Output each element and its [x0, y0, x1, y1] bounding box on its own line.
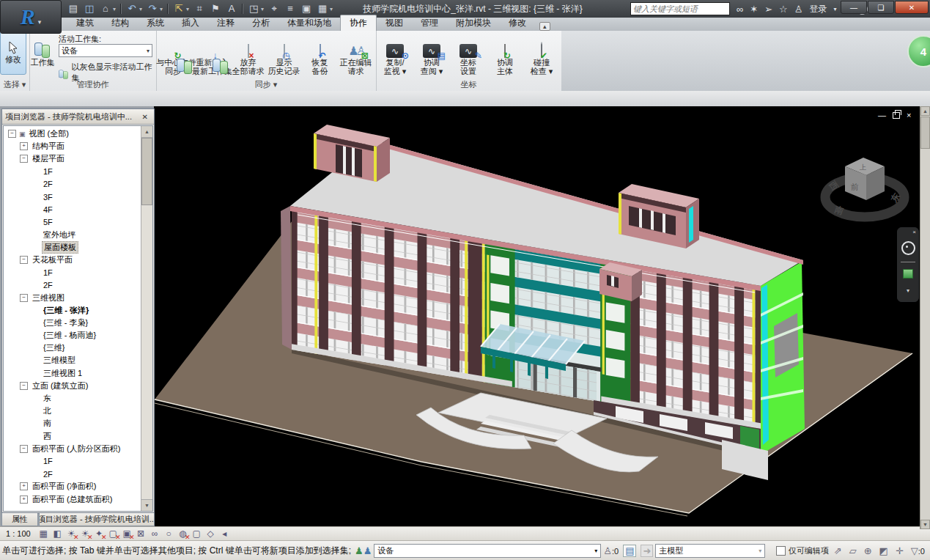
tab-注释[interactable]: 注释 [208, 15, 243, 31]
tab-协作[interactable]: 协作 [340, 15, 377, 31]
select-links-icon[interactable]: ⇗ [834, 545, 842, 556]
tree-item-label[interactable]: 2F [42, 281, 54, 290]
tab-附加模块[interactable]: 附加模块 [447, 15, 500, 31]
tree-item[interactable]: +结构平面 [4, 140, 141, 152]
worksharing-display-icon[interactable]: ▤ [623, 545, 636, 557]
tag-by-category-icon[interactable]: ⚑ [210, 2, 221, 15]
scroll-up-icon[interactable]: ▲ [920, 106, 930, 116]
tree-item-label[interactable]: 1F [42, 268, 54, 277]
select-underlay-icon[interactable]: ▱ [849, 545, 857, 556]
tree-item-label[interactable]: 楼层平面 [31, 153, 66, 164]
detail-level-icon[interactable]: ▦ [37, 528, 50, 539]
collapse-icon[interactable]: ◂ [218, 528, 231, 539]
坐标设置-button[interactable]: ∿✎坐标设置 [451, 33, 486, 75]
application-menu-button[interactable]: R▾ [0, 0, 62, 34]
tree-item-label[interactable]: 1F [42, 457, 54, 465]
default-3d-view-icon[interactable]: ◳ [248, 2, 259, 15]
sun-path-icon[interactable]: ☀✕ [65, 528, 78, 539]
tree-item-label[interactable]: 东 [42, 393, 53, 404]
section-icon[interactable]: ⌖ [268, 2, 280, 15]
tab-分析[interactable]: 分析 [243, 15, 278, 31]
tree-item-label[interactable]: 南 [42, 418, 53, 429]
tree-toggle-icon[interactable]: − [20, 382, 28, 390]
chevron-down-icon[interactable]: ▾ [261, 6, 264, 12]
redo-icon[interactable]: ↷ [147, 2, 158, 15]
tree-item[interactable]: {三维 - 杨雨迪} [4, 329, 141, 342]
tree-item[interactable]: 北 [4, 405, 141, 417]
scroll-down-icon[interactable]: ▼ [920, 520, 930, 529]
viewport-vertical-scrollbar[interactable]: ▲ ▼ [920, 106, 930, 529]
正在编辑请求-button[interactable]: ♟♙⊠正在编辑请求 [339, 33, 373, 75]
navbar-more-icon[interactable]: ▾ [907, 287, 909, 294]
view-minimize-button[interactable]: — [878, 111, 886, 119]
view-restore-button[interactable] [893, 112, 900, 119]
worksets-button[interactable]: 工作集 [29, 33, 56, 67]
scroll-up-icon[interactable]: ▲ [141, 126, 152, 138]
tree-item[interactable]: 屋面楼板 [4, 241, 141, 254]
editable-only-checkbox[interactable]: 仅可编辑项 [776, 545, 829, 556]
tree-item[interactable]: −面积平面 (人防分区面积) [4, 443, 141, 455]
tab-管理[interactable]: 管理 [412, 15, 447, 31]
chevron-down-icon[interactable]: ▾ [113, 6, 116, 12]
viewcube[interactable]: 西 南 东 上 前 [825, 158, 904, 217]
search-icon[interactable]: ∞ [737, 4, 743, 15]
shadows-icon[interactable]: ☀✕ [79, 528, 92, 539]
tree-item-label[interactable]: 4F [42, 205, 54, 214]
tree-toggle-icon[interactable]: + [20, 482, 28, 490]
tree-item[interactable]: −三维视图 [4, 291, 141, 303]
reveal-hidden-icon[interactable]: ○ [163, 528, 175, 539]
tree-item[interactable]: +面积平面 (总建筑面积) [4, 493, 141, 505]
worksharing-display-icon[interactable]: ◍✕ [177, 528, 189, 539]
tab-插入[interactable]: 插入 [173, 15, 208, 31]
chevron-down-icon[interactable]: ▾ [139, 6, 142, 12]
tree-item-label[interactable]: 3F [42, 193, 54, 202]
viewcube-top-label[interactable]: 上 [860, 163, 866, 171]
support-badge[interactable]: 4 [907, 35, 930, 67]
displace-elements-icon[interactable]: ◇ [204, 528, 217, 539]
crop-lock-icon[interactable]: ⊠ [135, 528, 147, 539]
tree-item[interactable]: 三维视图 1 [4, 367, 141, 380]
maximize-button[interactable]: ❏ [868, 1, 894, 14]
chevron-down-icon[interactable]: ▾ [330, 6, 333, 12]
text-icon[interactable]: A [226, 2, 237, 15]
editing-requests-icon[interactable]: ♙:0 [603, 545, 619, 556]
tree-item[interactable]: 1F [4, 266, 141, 279]
放弃全部请求-button[interactable]: ×放弃全部请求 [231, 33, 265, 75]
project-browser-titlebar[interactable]: 项目浏览器 - 技师学院机电培训中... ✕ [2, 109, 154, 125]
tree-item-label[interactable]: 立面 (建筑立面) [31, 380, 89, 391]
select-by-face-icon[interactable]: ◩ [879, 545, 888, 556]
tab-视图[interactable]: 视图 [377, 15, 412, 31]
tree-item[interactable]: −楼层平面 [4, 152, 141, 165]
tree-item-label[interactable]: 面积平面 (净面积) [31, 481, 97, 492]
协调查阅-button[interactable]: ∿▤协调查阅 ▾ [414, 33, 449, 75]
tab-系统[interactable]: 系统 [138, 15, 173, 31]
close-icon[interactable]: ✕ [139, 112, 151, 122]
tree-item[interactable]: 2F [4, 468, 141, 480]
tree-item[interactable]: +面积平面 (净面积) [4, 480, 141, 493]
恢复备份-button[interactable]: ↶恢复备份 [303, 33, 337, 75]
tab-修改[interactable]: 修改 [500, 15, 535, 31]
tree-item-label[interactable]: 室外地坪 [42, 229, 77, 240]
view-scale-button[interactable]: 1 : 100 [6, 529, 31, 538]
与中心文件同步-button[interactable]: ↻与中心文件同步 ▾ [159, 33, 193, 75]
tree-item-label[interactable]: 天花板平面 [31, 254, 74, 265]
crop-region-icon[interactable]: ▣✕ [121, 528, 133, 539]
tab-建筑[interactable]: 建筑 [67, 15, 103, 31]
重新载入最新工作集-button[interactable]: ↓重新载入最新工作集 [195, 33, 229, 75]
visual-style-icon[interactable]: ◧ [51, 528, 64, 539]
tree-item-label[interactable]: 三维视图 [31, 292, 66, 303]
tree-item[interactable]: −天花板平面 [4, 254, 141, 266]
tree-toggle-icon[interactable]: + [20, 495, 28, 504]
scroll-down-icon[interactable]: ▼ [141, 499, 152, 511]
tree-item-label[interactable]: {三维 - 李枭} [42, 317, 89, 328]
communication-center-icon[interactable]: ➢ [764, 4, 772, 15]
tree-item-label[interactable]: {三维} [42, 342, 66, 353]
tree-item-label[interactable]: 2F [42, 180, 54, 188]
tree-item[interactable]: 5F [4, 215, 141, 228]
save-icon[interactable]: ◫ [84, 2, 95, 15]
tree-item[interactable]: 东 [4, 392, 141, 405]
tree-item-label[interactable]: 1F [42, 167, 54, 176]
tree-item[interactable]: 1F [4, 166, 141, 178]
sync-panel-label[interactable]: 同步 ▾ [156, 79, 376, 90]
active-workset-combo[interactable]: 设备▾ [59, 44, 152, 57]
